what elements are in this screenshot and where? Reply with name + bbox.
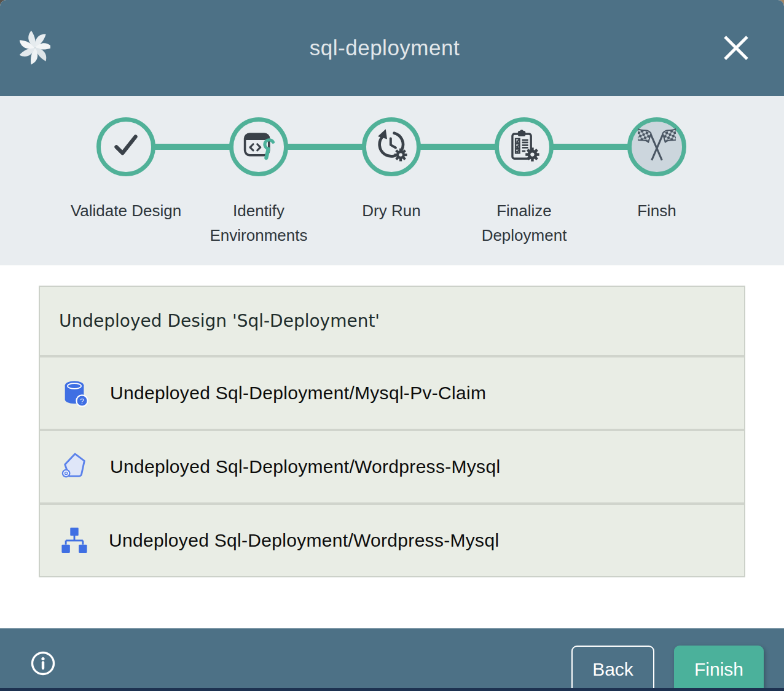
- step-label: Finalize Deployment: [466, 198, 582, 248]
- status-text: Undeployed Sql-Deployment/Mysql-Pv-Claim: [110, 383, 486, 404]
- app-logo-pinwheel-icon: [20, 30, 50, 65]
- step-validate-design: Validate Design: [60, 96, 192, 248]
- dialog-title: sql-deployment: [310, 36, 460, 60]
- back-button[interactable]: Back: [571, 646, 654, 691]
- step-label: Identify Environments: [200, 198, 317, 248]
- step-circle: [495, 117, 554, 176]
- finish-button[interactable]: Finish: [674, 646, 764, 691]
- dialog-header: sql-deployment: [0, 0, 784, 96]
- step-dry-run: Dry Run: [325, 96, 458, 248]
- step-label: Validate Design: [71, 198, 181, 223]
- status-text: Undeployed Sql-Deployment/Wordpress-Mysq…: [110, 456, 500, 477]
- pod-icon: [61, 451, 89, 482]
- close-icon[interactable]: [723, 34, 750, 61]
- clipboard-checklist-gear-icon: [507, 128, 541, 165]
- database-icon: ?: [61, 378, 89, 408]
- status-row-design: Undeployed Design 'Sql-Deployment': [40, 287, 744, 355]
- step-label: Finsh: [637, 198, 676, 223]
- step-circle: [96, 117, 155, 176]
- deployment-status-panel: Undeployed Design 'Sql-Deployment' ? Und…: [39, 286, 745, 577]
- code-window-wrench-icon: [241, 129, 276, 165]
- hierarchy-icon: [61, 526, 88, 555]
- wizard-stepper: Validate Design Ident: [0, 96, 784, 265]
- status-row-mysql-pv-claim: ? Undeployed Sql-Deployment/Mysql-Pv-Cla…: [40, 355, 744, 429]
- deployment-wizard-dialog: sql-deployment Validate Design: [0, 0, 784, 691]
- step-circle-active: [627, 117, 686, 176]
- status-row-wordpress-mysql-pod: Undeployed Sql-Deployment/Wordpress-Mysq…: [40, 429, 744, 502]
- checkmark-icon: [108, 128, 144, 166]
- dialog-body: Undeployed Design 'Sql-Deployment' ? Und…: [0, 286, 784, 628]
- step-finish: Finsh: [590, 96, 723, 248]
- step-identify-environments: Identify Environments: [192, 96, 325, 248]
- status-row-wordpress-mysql-deployment: Undeployed Sql-Deployment/Wordpress-Mysq…: [40, 502, 744, 576]
- step-label: Dry Run: [362, 198, 420, 223]
- step-circle: [362, 117, 421, 176]
- status-text: Undeployed Design 'Sql-Deployment': [59, 311, 380, 331]
- status-text: Undeployed Sql-Deployment/Wordpress-Mysq…: [109, 530, 499, 551]
- svg-text:?: ?: [80, 397, 84, 405]
- dialog-footer: Back Finish: [0, 628, 784, 691]
- checkered-flags-icon: [638, 127, 676, 167]
- step-finalize-deployment: Finalize Deployment: [458, 96, 590, 248]
- info-icon[interactable]: [30, 650, 56, 676]
- history-gear-icon: [374, 128, 409, 166]
- window-bottom-edge: [0, 688, 784, 691]
- step-circle: [229, 117, 288, 176]
